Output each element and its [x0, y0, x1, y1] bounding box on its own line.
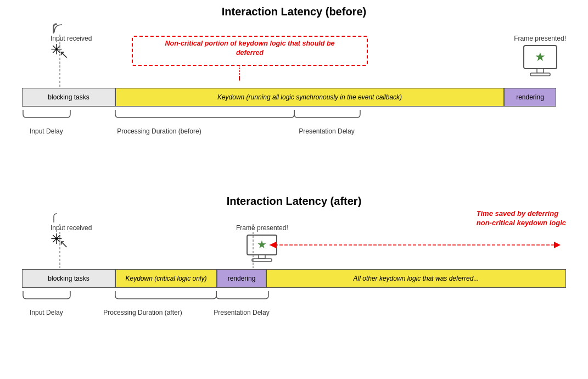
diagram-container: Interaction Latency (before) Input recei…: [0, 0, 588, 379]
top-red-note: Non-critical portion of keydown logic th…: [154, 39, 346, 58]
bottom-frame-presented-label: Frame presented!: [236, 224, 288, 232]
top-bar-keydown: Keydown (running all logic synchronously…: [115, 88, 504, 107]
bottom-frame-dotted-line: [253, 224, 254, 268]
top-title: Interaction Latency (before): [22, 5, 566, 18]
svg-rect-10: [259, 255, 265, 259]
top-red-arrow-down: [239, 65, 240, 81]
top-bar-blocking: blocking tasks: [22, 88, 115, 107]
bottom-title: Interaction Latency (after): [22, 195, 566, 208]
bottom-bar-rendering: rendering: [217, 269, 266, 288]
top-timeline-row: blocking tasks Keydown (running all logi…: [22, 87, 566, 108]
bottom-bar-keydown: Keydown (critical logic only): [115, 269, 217, 288]
bottom-cursor-dotted-line: [59, 224, 60, 268]
section-bottom: Interaction Latency (after) Time saved b…: [22, 195, 566, 316]
bottom-section-brace: [52, 212, 536, 224]
svg-rect-11: [252, 259, 272, 261]
svg-marker-6: [239, 76, 240, 81]
top-label-input-delay: Input Delay: [30, 127, 63, 135]
top-monitor-icon: ★: [522, 44, 559, 77]
bottom-time-saved-arrow: [264, 239, 572, 250]
bottom-label-input-delay: Input Delay: [30, 309, 63, 316]
top-label-processing: Processing Duration (before): [117, 127, 201, 135]
bottom-label-presentation: Presentation Delay: [214, 309, 269, 316]
top-bottom-brace-svg: [22, 109, 566, 125]
top-label-presentation: Presentation Delay: [299, 127, 354, 135]
top-bar-rendering: rendering: [504, 88, 556, 107]
top-cursor-arrow: ↖: [59, 49, 69, 60]
bottom-bar-blocking: blocking tasks: [22, 269, 115, 288]
svg-rect-3: [537, 69, 544, 73]
svg-rect-4: [530, 73, 550, 76]
bottom-label-processing: Processing Duration (after): [103, 309, 182, 316]
section-top: Interaction Latency (before) Input recei…: [22, 5, 566, 135]
top-cursor-dotted-line: [59, 35, 60, 87]
top-section-brace: [52, 23, 536, 35]
top-frame-presented: Frame presented! ★: [514, 35, 566, 80]
bottom-timeline-row: blocking tasks Keydown (critical logic o…: [22, 268, 566, 289]
bottom-bottom-brace-svg: [22, 290, 566, 306]
bottom-cursor-arrow: ↖: [59, 238, 69, 249]
top-frame-presented-label: Frame presented!: [514, 35, 566, 42]
bottom-bar-deferred: All other keydown logic that was deferre…: [266, 269, 566, 288]
svg-text:★: ★: [535, 50, 546, 64]
